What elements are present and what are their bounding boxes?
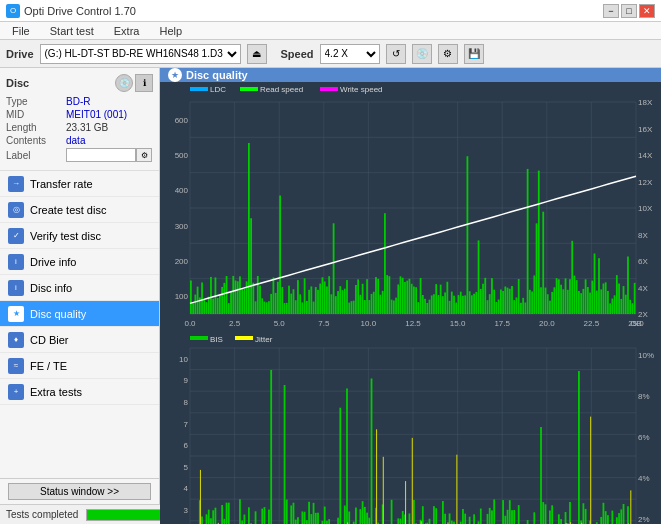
disc-label-input[interactable] [66,148,136,162]
sidebar-item-drive-info-label: Drive info [30,256,76,268]
transfer-rate-icon: → [8,176,24,192]
refresh-icon[interactable]: ↺ [386,44,406,64]
menu-extra[interactable]: Extra [110,24,144,38]
create-test-disc-icon: ◎ [8,202,24,218]
eject-icon[interactable]: ⏏ [247,44,267,64]
disc-contents-value: data [66,135,85,146]
sidebar-item-fe-te[interactable]: ≈ FE / TE [0,353,159,379]
disc-icon[interactable]: 💿 [412,44,432,64]
app-title: Opti Drive Control 1.70 [24,5,136,17]
sidebar-item-extra-tests[interactable]: + Extra tests [0,379,159,405]
disc-type-label: Type [6,96,66,107]
disc-length-value: 23.31 GB [66,122,108,133]
status-text: Tests completed [6,509,78,520]
drive-select[interactable]: (G:) HL-DT-ST BD-RE WH16NS48 1.D3 [40,44,241,64]
sidebar-item-verify-test-disc[interactable]: ✓ Verify test disc [0,223,159,249]
disc-contents-label: Contents [6,135,66,146]
menu-start-test[interactable]: Start test [46,24,98,38]
disc-info-icon[interactable]: ℹ [135,74,153,92]
drive-info-icon: i [8,254,24,270]
speed-label: Speed [281,48,314,60]
fe-te-icon: ≈ [8,358,24,374]
disc-quality-icon: ★ [8,306,24,322]
sidebar: Disc 💿 ℹ Type BD-R MID MEIT01 (001) Leng… [0,68,160,504]
menu-help[interactable]: Help [155,24,186,38]
charts-area [160,82,661,524]
sidebar-item-transfer-rate[interactable]: → Transfer rate [0,171,159,197]
disc-type-row: Type BD-R [6,96,153,107]
sidebar-item-extra-tests-label: Extra tests [30,386,82,398]
sidebar-item-cd-bier-label: CD Bier [30,334,69,346]
sidebar-item-cd-bier[interactable]: ♦ CD Bier [0,327,159,353]
sidebar-item-disc-quality-label: Disc quality [30,308,86,320]
menubar: File Start test Extra Help [0,22,661,40]
cd-bier-icon: ♦ [8,332,24,348]
sidebar-item-disc-info-label: Disc info [30,282,72,294]
sidebar-item-disc-info[interactable]: i Disc info [0,275,159,301]
disc-quality-title: Disc quality [186,69,248,81]
app-icon: O [6,4,20,18]
settings-icon[interactable]: ⚙ [438,44,458,64]
sidebar-menu: → Transfer rate ◎ Create test disc ✓ Ver… [0,171,159,478]
disc-contents-row: Contents data [6,135,153,146]
disc-label-button[interactable]: ⚙ [136,148,152,162]
disc-mid-row: MID MEIT01 (001) [6,109,153,120]
maximize-button[interactable]: □ [621,4,637,18]
sidebar-item-create-test-disc[interactable]: ◎ Create test disc [0,197,159,223]
sidebar-item-verify-test-disc-label: Verify test disc [30,230,101,242]
titlebar-left: O Opti Drive Control 1.70 [6,4,136,18]
extra-tests-icon: + [8,384,24,400]
status-area: Status window >> [0,478,159,504]
status-window-button[interactable]: Status window >> [8,483,151,500]
close-button[interactable]: ✕ [639,4,655,18]
disc-quality-header-icon: ★ [168,68,182,82]
sidebar-item-disc-quality[interactable]: ★ Disc quality [0,301,159,327]
bis-chart [160,332,661,524]
titlebar-controls: − □ ✕ [603,4,655,18]
sidebar-item-transfer-rate-label: Transfer rate [30,178,93,190]
disc-title: Disc [6,77,29,89]
ldc-chart [160,82,661,332]
sidebar-item-create-test-disc-label: Create test disc [30,204,106,216]
minimize-button[interactable]: − [603,4,619,18]
right-panel: ★ Disc quality LDC BIS [160,68,661,504]
save-icon[interactable]: 💾 [464,44,484,64]
disc-mid-value: MEIT01 (001) [66,109,127,120]
sidebar-item-drive-info[interactable]: i Drive info [0,249,159,275]
disc-label-label: Label [6,150,66,161]
disc-type-value: BD-R [66,96,90,107]
disc-length-row: Length 23.31 GB [6,122,153,133]
main: Disc 💿 ℹ Type BD-R MID MEIT01 (001) Leng… [0,68,661,504]
disc-mid-label: MID [6,109,66,120]
sidebar-item-fe-te-label: FE / TE [30,360,67,372]
verify-test-disc-icon: ✓ [8,228,24,244]
disc-section: Disc 💿 ℹ Type BD-R MID MEIT01 (001) Leng… [0,68,159,171]
drivebar: Drive (G:) HL-DT-ST BD-RE WH16NS48 1.D3 … [0,40,661,68]
drive-label: Drive [6,48,34,60]
speed-select[interactable]: 4.2 X [320,44,380,64]
disc-length-label: Length [6,122,66,133]
titlebar: O Opti Drive Control 1.70 − □ ✕ [0,0,661,22]
disc-quality-header: ★ Disc quality [160,68,661,82]
disc-info-icon: i [8,280,24,296]
menu-file[interactable]: File [8,24,34,38]
disc-header: Disc 💿 ℹ [6,74,153,92]
disc-label-row: Label ⚙ [6,148,153,162]
disc-image-icon: 💿 [115,74,133,92]
